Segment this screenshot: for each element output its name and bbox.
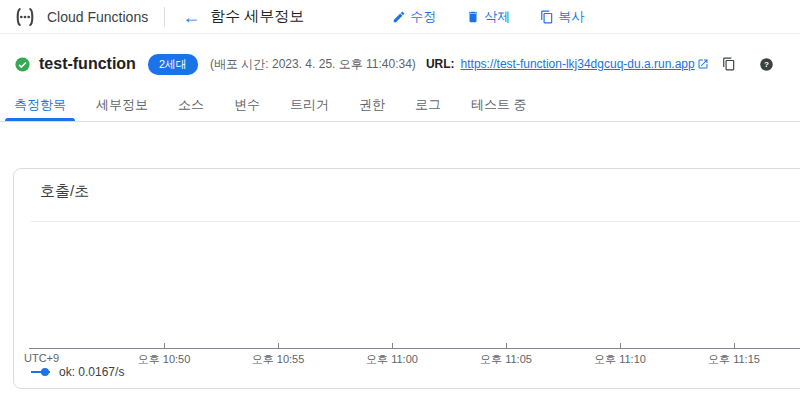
external-link-icon bbox=[697, 58, 709, 70]
header-divider bbox=[164, 7, 165, 27]
app-header: Cloud Functions ← 함수 세부정보 수정 삭제 bbox=[0, 0, 800, 34]
tab-metrics[interactable]: 측정항목 bbox=[5, 88, 75, 121]
x-axis-label: 오후 10:50 bbox=[124, 352, 204, 367]
tab-bar: 측정항목 세부정보 소스 변수 트리거 권한 로그 테스트 중 bbox=[0, 88, 800, 122]
check-circle-icon bbox=[14, 56, 31, 73]
x-axis-tick bbox=[278, 343, 279, 348]
x-axis-tick bbox=[506, 343, 507, 348]
legend-item-ok[interactable]: ok: 0.0167/s bbox=[31, 365, 124, 379]
tab-details[interactable]: 세부정보 bbox=[87, 88, 157, 121]
x-axis-label: 오후 10:55 bbox=[238, 352, 318, 367]
generation-badge: 2세대 bbox=[148, 54, 198, 75]
product-name[interactable]: Cloud Functions bbox=[47, 9, 148, 25]
copy-button-label: 복사 bbox=[558, 8, 584, 26]
x-axis-label: 오후 11:05 bbox=[466, 352, 546, 367]
tab-trigger[interactable]: 트리거 bbox=[281, 88, 338, 121]
timezone-label: UTC+9 bbox=[24, 352, 59, 364]
url-label: URL: bbox=[426, 57, 455, 71]
copy-function-button[interactable]: 복사 bbox=[540, 8, 584, 26]
cloud-functions-logo-icon[interactable] bbox=[12, 4, 38, 30]
x-axis-tick bbox=[164, 343, 165, 348]
x-axis-label: 오후 11:00 bbox=[352, 352, 432, 367]
tab-testing[interactable]: 테스트 중 bbox=[462, 88, 536, 121]
help-icon: ? bbox=[759, 57, 774, 72]
header-actions: 수정 삭제 복사 bbox=[392, 8, 584, 26]
copy-icon bbox=[722, 57, 736, 71]
trash-icon bbox=[466, 10, 480, 24]
x-axis-tick bbox=[734, 343, 735, 348]
tab-logs[interactable]: 로그 bbox=[406, 88, 450, 121]
chart-plot-area bbox=[29, 221, 800, 348]
copy-url-button[interactable] bbox=[722, 57, 736, 71]
help-button[interactable]: ? bbox=[759, 57, 774, 72]
function-name: test-function bbox=[39, 55, 136, 73]
delete-button[interactable]: 삭제 bbox=[466, 8, 510, 26]
tab-permissions[interactable]: 권한 bbox=[350, 88, 394, 121]
edit-button-label: 수정 bbox=[410, 8, 436, 26]
pencil-icon bbox=[392, 10, 406, 24]
legend-line-dot-icon bbox=[31, 368, 50, 376]
metrics-chart-card: 호출/초 UTC+9 오후 10:50 오후 10:55 오후 11:00 오후… bbox=[13, 168, 800, 389]
chart-title: 호출/초 bbox=[40, 182, 89, 201]
back-arrow-button[interactable]: ← bbox=[182, 8, 200, 26]
edit-button[interactable]: 수정 bbox=[392, 8, 436, 26]
function-url-text: https://test-function-lkj34dgcuq-du.a.ru… bbox=[461, 57, 695, 71]
legend-label: ok: 0.0167/s bbox=[59, 365, 124, 379]
delete-button-label: 삭제 bbox=[484, 8, 510, 26]
x-axis-label: 오후 11:10 bbox=[580, 352, 660, 367]
svg-text:?: ? bbox=[764, 60, 769, 69]
tab-variables[interactable]: 변수 bbox=[225, 88, 269, 121]
chart-x-axis bbox=[29, 348, 800, 349]
x-axis-tick bbox=[620, 343, 621, 348]
x-axis-tick bbox=[392, 343, 393, 348]
x-axis-label: 오후 11:15 bbox=[694, 352, 774, 367]
copy-icon bbox=[540, 10, 554, 24]
page-title: 함수 세부정보 bbox=[210, 7, 304, 26]
function-header: test-function 2세대 (배포 시간: 2023. 4. 25. 오… bbox=[0, 40, 800, 88]
deploy-time: (배포 시간: 2023. 4. 25. 오후 11:40:34) bbox=[210, 56, 416, 73]
tab-source[interactable]: 소스 bbox=[169, 88, 213, 121]
function-url-link[interactable]: https://test-function-lkj34dgcuq-du.a.ru… bbox=[461, 57, 709, 71]
